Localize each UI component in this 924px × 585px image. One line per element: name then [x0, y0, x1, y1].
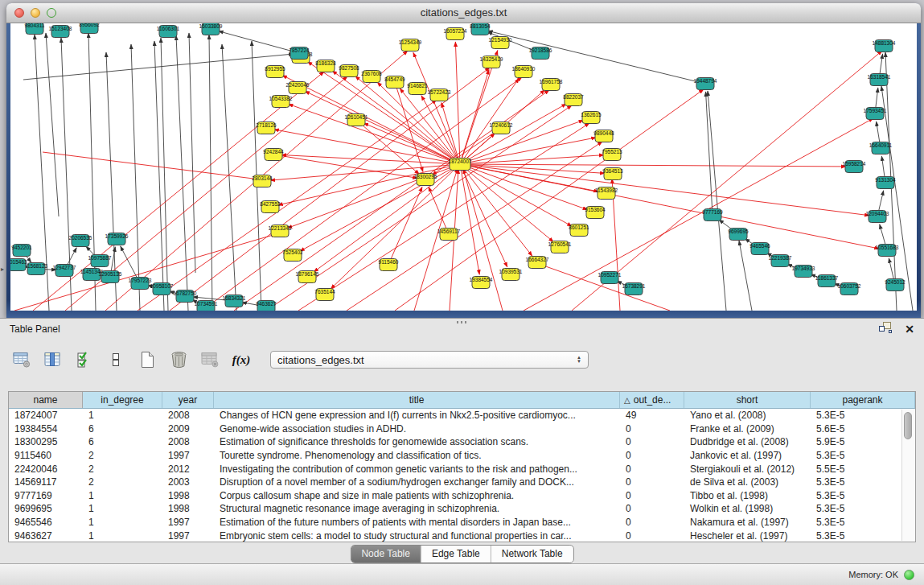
graph-node-label: 15958214	[843, 161, 866, 167]
cell-name: 9465546	[9, 517, 83, 528]
table-select-dropdown[interactable]: citations_edges.txt ▲ ▼	[270, 351, 589, 369]
graph-edge[interactable]	[881, 86, 913, 311]
delete-rows-icon[interactable]	[168, 350, 189, 369]
table-toolbar: f(x) citations_edges.txt ▲ ▼	[11, 348, 589, 372]
column-edit-icon[interactable]	[43, 350, 64, 369]
network-window-titlebar[interactable]: citations_edges.txt	[6, 3, 921, 23]
cell-pagerank: 5.3E-5	[811, 503, 903, 514]
graph-edge[interactable]	[298, 123, 589, 311]
cell-in_degree: 1	[83, 490, 162, 501]
cell-pagerank: 5.3E-5	[811, 530, 903, 542]
cell-pagerank: 5.3E-5	[811, 517, 903, 528]
network-canvas[interactable]: 1872400722420046891295518226058818632898…	[10, 23, 917, 311]
column-header-name[interactable]: name	[9, 392, 83, 408]
graph-edge[interactable]	[176, 35, 188, 311]
graph-node-label: 2803144	[252, 175, 273, 181]
graph-node-label: 16640911	[869, 142, 893, 148]
graph-node-label: 12942737	[53, 265, 76, 270]
graph-node-label: 9115460	[379, 259, 399, 265]
cell-out_degree: 0	[620, 490, 684, 501]
table-row[interactable]: 969969511998Structural magnetic resonanc…	[9, 502, 903, 516]
cell-in_degree: 2	[83, 476, 162, 488]
cell-in_degree: 1	[83, 517, 162, 528]
cell-title: Genome-wide association studies in ADHD.	[214, 423, 620, 435]
rows-icon[interactable]	[105, 350, 126, 369]
new-document-icon[interactable]	[137, 350, 158, 369]
cell-short: Tibbo et al. (1998)	[684, 490, 811, 501]
column-header-pagerank[interactable]: pagerank	[811, 392, 915, 408]
graph-edge[interactable]	[189, 33, 195, 273]
column-header-out_degree[interactable]: △out_de...	[620, 392, 684, 408]
graph-node-label: 16834321	[223, 295, 246, 301]
cell-year: 2009	[162, 423, 214, 435]
table-row[interactable]: 1872400712008Changes of HCN gene express…	[9, 409, 903, 422]
graph-edge[interactable]	[455, 42, 460, 164]
table-row[interactable]: 911546021997Tourette syndrome. Phenomeno…	[9, 449, 903, 463]
graph-edge[interactable]	[154, 41, 164, 311]
scrollbar-thumb[interactable]	[904, 412, 912, 439]
graph-edge[interactable]	[460, 164, 479, 274]
table-row[interactable]: 1938455462009Genome-wide association stu…	[9, 422, 903, 436]
memory-status-indicator[interactable]	[904, 570, 914, 580]
table-row[interactable]: 977716911998Corpus callosum shape and si…	[9, 489, 903, 503]
cell-short: Wolkin et al. (1998)	[684, 503, 811, 514]
graph-edge[interactable]	[460, 164, 879, 249]
close-panel-icon[interactable]: ✕	[905, 323, 914, 335]
graph-edge[interactable]	[395, 82, 423, 171]
table-settings-icon[interactable]	[11, 350, 32, 369]
graph-edge[interactable]	[219, 31, 299, 53]
cell-short: Yano et al. (2008)	[684, 410, 811, 421]
graph-edge[interactable]	[131, 44, 140, 311]
graph-edge[interactable]	[421, 96, 460, 164]
cell-title: Changes of HCN gene expression and I(f) …	[214, 410, 620, 421]
tab-node-table[interactable]: Node Table	[351, 546, 421, 562]
graph-edge[interactable]	[463, 169, 503, 311]
graph-edge[interactable]	[209, 35, 212, 311]
graph-node-label: 11606301	[157, 26, 180, 31]
graph-edge[interactable]	[138, 100, 437, 311]
graph-node-label: 15722423	[428, 89, 451, 95]
graph-edge[interactable]	[43, 152, 260, 179]
graph-node-label: 7635144	[314, 289, 335, 295]
table-row[interactable]: 1456911722003Disruption of a novel membe…	[9, 476, 903, 489]
graph-edge[interactable]	[281, 155, 460, 164]
table-vertical-scrollbar[interactable]	[901, 410, 914, 541]
graph-edge[interactable]	[429, 187, 449, 234]
panel-collapse-arrow[interactable]: ▸	[1, 266, 4, 273]
table-row[interactable]: 946362711997Embryonic stem cells: a mode…	[9, 529, 903, 542]
panel-divider-handle[interactable]	[455, 320, 468, 324]
graph-edge[interactable]	[46, 33, 59, 216]
graph-edge[interactable]	[305, 91, 460, 164]
cell-short: Hescheler et al. (1997)	[684, 530, 811, 542]
table-row[interactable]: 1830029562008Estimation of significance …	[9, 435, 903, 449]
graph-node-label: 9890448	[593, 130, 614, 136]
cell-year: 1997	[162, 450, 214, 461]
graph-edge[interactable]	[388, 187, 422, 265]
graph-node-label: 11568123	[25, 263, 48, 269]
graph-edge[interactable]	[161, 38, 168, 311]
graph-edge[interactable]	[739, 241, 752, 311]
column-header-title[interactable]: title	[214, 392, 620, 408]
float-panel-icon[interactable]	[879, 322, 892, 336]
column-header-year[interactable]: year	[162, 392, 214, 408]
graph-node-label: 9364513	[602, 168, 623, 174]
graph-edge[interactable]	[460, 164, 869, 216]
select-rows-icon[interactable]	[74, 350, 95, 369]
tab-edge-table[interactable]: Edge Table	[421, 546, 491, 562]
graph-node-label: 10551683	[876, 245, 899, 250]
graph-edge[interactable]	[395, 89, 704, 311]
table-row[interactable]: 946554611997Estimation of the future num…	[9, 516, 903, 529]
graph-edge[interactable]	[307, 62, 460, 164]
status-bar: Memory: OK	[0, 563, 924, 585]
column-header-short[interactable]: short	[684, 392, 811, 408]
cell-out_degree: 0	[620, 436, 684, 447]
table-body: 1872400712008Changes of HCN gene express…	[9, 409, 903, 542]
graph-edge[interactable]	[222, 44, 236, 311]
graph-node-label: 9242844	[263, 149, 284, 154]
tab-network-table[interactable]: Network Table	[491, 546, 573, 562]
cell-year: 1997	[162, 517, 214, 528]
table-row[interactable]: 2242004622012Investigating the contribut…	[9, 462, 903, 476]
function-builder-icon[interactable]: f(x)	[231, 350, 252, 369]
graph-node-label: 17957223	[129, 278, 152, 283]
column-header-in_degree[interactable]: in_degree	[83, 392, 162, 408]
